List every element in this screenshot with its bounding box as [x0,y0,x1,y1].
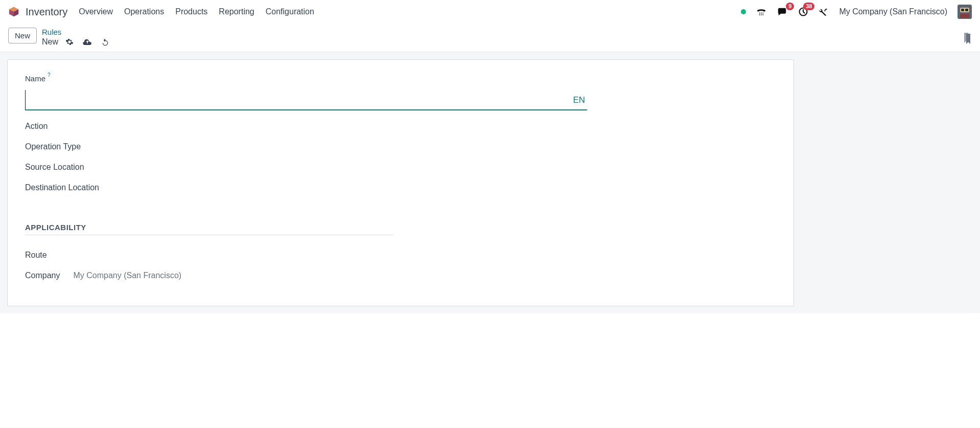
messages-icon[interactable]: 9 [777,7,788,17]
svg-rect-4 [761,13,762,14]
action-label[interactable]: Action [25,122,776,131]
applicability-section-title: APPLICABILITY [25,223,393,235]
sheet-background: Name ? EN Action Operation Type Source L… [0,52,980,313]
debug-tools-icon[interactable] [819,7,829,17]
navbar-right: 9 38 My Company (San Francisco) [741,5,972,19]
name-label-row: Name ? [25,74,776,83]
breadcrumb-parent[interactable]: Rules [42,28,109,36]
nav-configuration[interactable]: Configuration [266,7,314,16]
nav-operations[interactable]: Operations [124,7,164,16]
cloud-save-icon[interactable] [83,38,92,46]
activities-badge: 38 [803,3,814,10]
company-row: Company My Company (San Francisco) [25,271,776,280]
messages-badge: 9 [786,3,794,10]
company-label: Company [25,271,60,280]
main-fields: Action Operation Type Source Location De… [25,122,776,192]
svg-rect-8 [763,14,764,15]
route-row: Route [25,251,776,260]
navbar-left: Inventory Overview Operations Products R… [8,6,314,18]
company-value[interactable]: My Company (San Francisco) [73,271,181,280]
name-input[interactable] [25,90,571,109]
svg-rect-5 [763,13,764,14]
control-panel: New Rules New [0,24,980,52]
bookmark-icon[interactable] [963,33,972,44]
nav-products[interactable]: Products [175,7,207,16]
svg-rect-14 [960,14,969,18]
top-navbar: Inventory Overview Operations Products R… [0,0,980,24]
svg-rect-12 [961,9,964,11]
language-tag[interactable]: EN [571,95,587,109]
svg-rect-13 [965,9,968,11]
status-indicator-icons [65,38,109,46]
company-selector[interactable]: My Company (San Francisco) [839,7,947,16]
nav-overview[interactable]: Overview [79,7,113,16]
new-button[interactable]: New [8,28,37,43]
connection-status-icon [741,9,746,14]
nav-reporting[interactable]: Reporting [219,7,254,16]
activities-icon[interactable]: 38 [798,7,808,17]
breadcrumb-current-row: New [42,37,109,47]
form-sheet: Name ? EN Action Operation Type Source L… [7,59,794,306]
svg-rect-3 [759,13,760,14]
source-location-label[interactable]: Source Location [25,163,776,172]
destination-location-label[interactable]: Destination Location [25,183,776,192]
applicability-fields: Route Company My Company (San Francisco) [25,251,776,280]
svg-rect-7 [761,14,762,15]
name-input-row: EN [25,86,587,110]
user-avatar[interactable] [958,5,972,19]
operation-type-label[interactable]: Operation Type [25,142,776,151]
name-label: Name [25,74,45,83]
name-help-icon[interactable]: ? [48,72,51,78]
app-logo-icon[interactable] [8,6,19,17]
breadcrumb: Rules New [42,28,109,47]
discard-icon[interactable] [101,38,109,46]
breadcrumb-current: New [42,37,58,47]
gear-icon[interactable] [65,38,74,46]
app-title[interactable]: Inventory [26,6,67,18]
route-label[interactable]: Route [25,251,47,260]
svg-rect-6 [759,14,760,15]
voip-icon[interactable] [756,7,766,16]
